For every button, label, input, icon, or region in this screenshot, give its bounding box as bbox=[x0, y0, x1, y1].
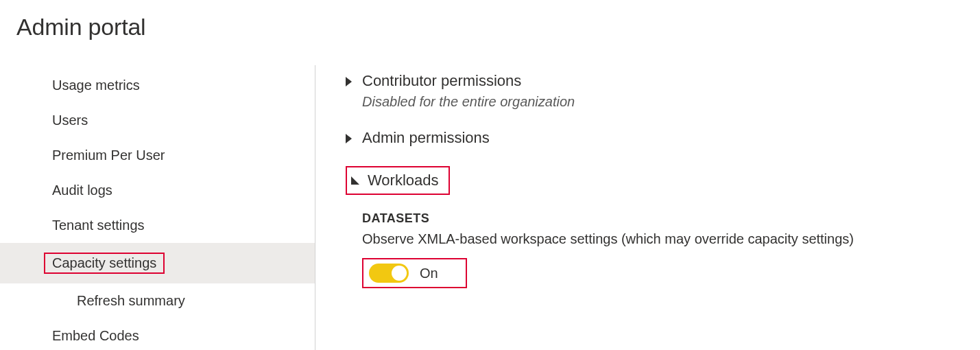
page-title: Admin portal bbox=[0, 0, 980, 40]
toggle-state-label: On bbox=[420, 266, 438, 281]
datasets-label: DATASETS bbox=[362, 211, 980, 226]
caret-right-icon bbox=[346, 77, 354, 85]
caret-expanded-icon bbox=[351, 176, 359, 185]
sidebar-item-refresh-summary[interactable]: Refresh summary bbox=[0, 283, 315, 318]
section-header-admin[interactable]: Admin permissions bbox=[346, 129, 980, 147]
sidebar-item-tenant-settings[interactable]: Tenant settings bbox=[0, 208, 315, 243]
toggle-xmla[interactable] bbox=[369, 264, 409, 283]
section-header-contributor[interactable]: Contributor permissions bbox=[346, 72, 980, 90]
workloads-content: DATASETS Observe XMLA-based workspace se… bbox=[362, 211, 980, 288]
sidebar-item-users[interactable]: Users bbox=[0, 103, 315, 138]
sidebar-item-usage-metrics[interactable]: Usage metrics bbox=[0, 68, 315, 103]
sidebar: Usage metrics Users Premium Per User Aud… bbox=[0, 65, 315, 350]
section-title-contributor: Contributor permissions bbox=[362, 72, 521, 90]
sidebar-item-embed-codes[interactable]: Embed Codes bbox=[0, 318, 315, 350]
caret-right-icon bbox=[346, 134, 354, 142]
section-title-workloads: Workloads bbox=[368, 172, 439, 189]
section-contributor-permissions: Contributor permissions Disabled for the… bbox=[346, 72, 980, 110]
section-workloads: Workloads DATASETS Observe XMLA-based wo… bbox=[346, 166, 980, 288]
toggle-row-xmla: On bbox=[362, 258, 467, 288]
sidebar-item-capacity-settings-highlight: Capacity settings bbox=[44, 253, 165, 274]
section-admin-permissions: Admin permissions bbox=[346, 129, 980, 147]
sidebar-item-premium-per-user[interactable]: Premium Per User bbox=[0, 138, 315, 173]
section-header-workloads[interactable]: Workloads bbox=[346, 166, 450, 195]
sidebar-item-audit-logs[interactable]: Audit logs bbox=[0, 173, 315, 208]
sidebar-item-capacity-settings[interactable]: Capacity settings bbox=[0, 243, 315, 283]
section-subtitle-contributor: Disabled for the entire organization bbox=[362, 94, 980, 110]
setting-description: Observe XMLA-based workspace settings (w… bbox=[362, 231, 980, 247]
section-title-admin: Admin permissions bbox=[362, 129, 490, 147]
main-content: Contributor permissions Disabled for the… bbox=[315, 65, 980, 350]
